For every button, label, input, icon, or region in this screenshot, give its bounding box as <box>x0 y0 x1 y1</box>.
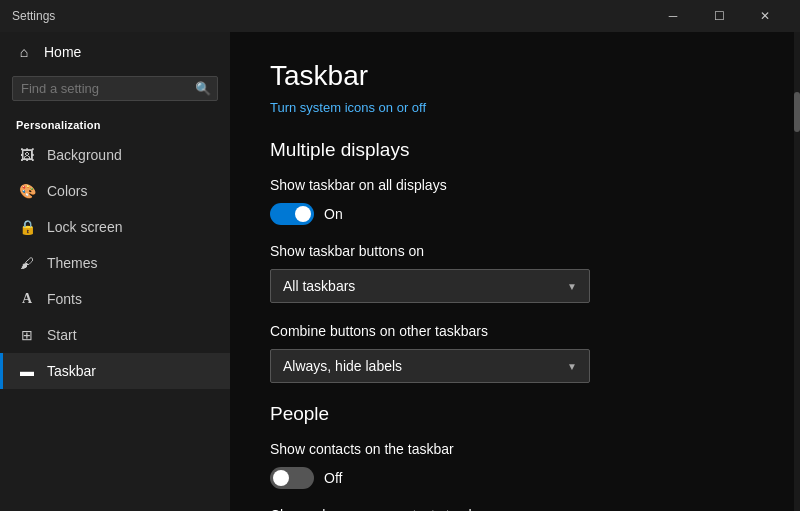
app-body: ⌂ Home 🔍 Personalization 🖼 Background 🎨 … <box>0 32 800 511</box>
taskbar-icon: ▬ <box>19 363 35 379</box>
themes-icon: 🖌 <box>19 255 35 271</box>
combine-buttons-label: Combine buttons on other taskbars <box>270 323 754 339</box>
contacts-toggle-knob <box>273 470 289 486</box>
sidebar-item-themes-label: Themes <box>47 255 98 271</box>
show-taskbar-buttons-dropdown[interactable]: All taskbars ▼ <box>270 269 590 303</box>
start-icon: ⊞ <box>19 327 35 343</box>
search-icon: 🔍 <box>195 81 211 96</box>
sidebar-item-themes[interactable]: 🖌 Themes <box>0 245 230 281</box>
search-box[interactable]: 🔍 <box>12 76 218 101</box>
contacts-count-label: Choose how many contacts to show <box>270 507 754 511</box>
sidebar-item-fonts[interactable]: A Fonts <box>0 281 230 317</box>
show-taskbar-toggle-label: On <box>324 206 343 222</box>
sidebar-item-colors[interactable]: 🎨 Colors <box>0 173 230 209</box>
show-taskbar-buttons-value: All taskbars <box>283 278 355 294</box>
section-title-people: People <box>270 403 754 425</box>
sidebar-item-start-label: Start <box>47 327 77 343</box>
home-label: Home <box>44 44 81 60</box>
lock-icon: 🔒 <box>19 219 35 235</box>
sidebar-item-taskbar[interactable]: ▬ Taskbar <box>0 353 230 389</box>
title-bar: Settings ─ ☐ ✕ <box>0 0 800 32</box>
people-section: People Show contacts on the taskbar Off … <box>270 403 754 511</box>
colors-icon: 🎨 <box>19 183 35 199</box>
minimize-button[interactable]: ─ <box>650 0 696 32</box>
scrollbar-thumb[interactable] <box>794 92 800 132</box>
show-taskbar-buttons-label: Show taskbar buttons on <box>270 243 754 259</box>
sidebar-section-label: Personalization <box>0 111 230 137</box>
combine-buttons-dropdown[interactable]: Always, hide labels ▼ <box>270 349 590 383</box>
scrollbar-track[interactable] <box>794 32 800 511</box>
show-taskbar-toggle-row: On <box>270 203 754 225</box>
chevron-down-icon-2: ▼ <box>567 361 577 372</box>
sidebar-item-home[interactable]: ⌂ Home <box>0 32 230 72</box>
section-title-multiple-displays: Multiple displays <box>270 139 754 161</box>
search-input[interactable] <box>21 81 189 96</box>
sidebar-item-background-label: Background <box>47 147 122 163</box>
show-taskbar-buttons-dropdown-row: All taskbars ▼ <box>270 269 754 303</box>
sidebar-item-start[interactable]: ⊞ Start <box>0 317 230 353</box>
sidebar: ⌂ Home 🔍 Personalization 🖼 Background 🎨 … <box>0 32 230 511</box>
sidebar-item-fonts-label: Fonts <box>47 291 82 307</box>
show-contacts-label: Show contacts on the taskbar <box>270 441 754 457</box>
sidebar-item-lock-screen-label: Lock screen <box>47 219 122 235</box>
close-button[interactable]: ✕ <box>742 0 788 32</box>
home-icon: ⌂ <box>16 44 32 60</box>
page-title: Taskbar <box>270 60 754 92</box>
fonts-icon: A <box>19 291 35 307</box>
combine-buttons-dropdown-row: Always, hide labels ▼ <box>270 349 754 383</box>
show-contacts-toggle[interactable] <box>270 467 314 489</box>
chevron-down-icon: ▼ <box>567 281 577 292</box>
sidebar-item-background[interactable]: 🖼 Background <box>0 137 230 173</box>
show-contacts-toggle-row: Off <box>270 467 754 489</box>
sidebar-item-colors-label: Colors <box>47 183 87 199</box>
system-icons-link[interactable]: Turn system icons on or off <box>270 100 426 115</box>
show-taskbar-toggle[interactable] <box>270 203 314 225</box>
sidebar-item-taskbar-label: Taskbar <box>47 363 96 379</box>
toggle-knob <box>295 206 311 222</box>
sidebar-item-lock-screen[interactable]: 🔒 Lock screen <box>0 209 230 245</box>
combine-buttons-value: Always, hide labels <box>283 358 402 374</box>
app-title: Settings <box>12 9 650 23</box>
show-contacts-toggle-label: Off <box>324 470 342 486</box>
main-content: Taskbar Turn system icons on or off Mult… <box>230 32 794 511</box>
window-controls: ─ ☐ ✕ <box>650 0 788 32</box>
show-taskbar-label: Show taskbar on all displays <box>270 177 754 193</box>
maximize-button[interactable]: ☐ <box>696 0 742 32</box>
background-icon: 🖼 <box>19 147 35 163</box>
